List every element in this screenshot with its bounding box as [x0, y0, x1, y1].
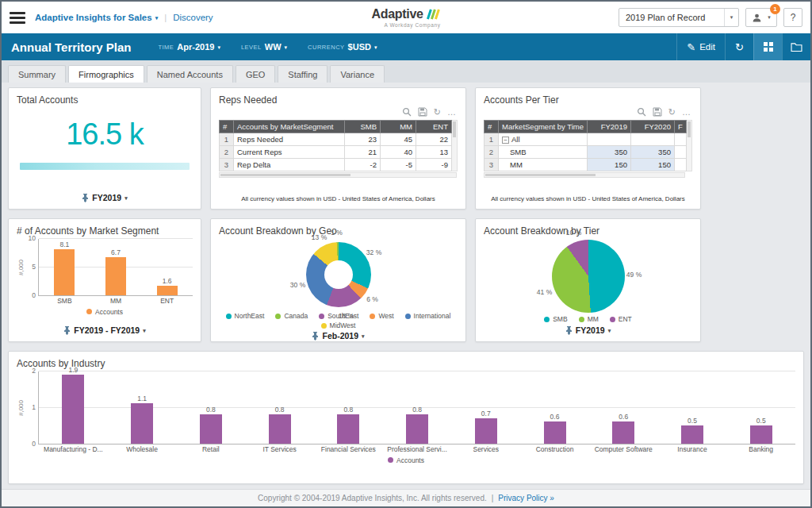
- currency-footnote: All currency values shown in USD - Unite…: [484, 195, 692, 202]
- bar-Construction[interactable]: [544, 421, 566, 444]
- param-value: $USD: [348, 42, 371, 52]
- save-icon[interactable]: [418, 107, 427, 117]
- horizontal-scrollbar[interactable]: [219, 172, 457, 178]
- edit-button[interactable]: ✎ Edit: [676, 33, 725, 60]
- period-selector[interactable]: Feb-2019 ▾: [219, 331, 458, 341]
- row-label: SMB: [499, 146, 588, 159]
- tab-summary[interactable]: Summary: [8, 65, 66, 83]
- bar-MM[interactable]: [105, 257, 126, 295]
- bar-Manufacturing - D...[interactable]: [62, 375, 84, 444]
- currency-selector[interactable]: CURRENCY $USD ▾: [308, 42, 377, 52]
- legend-item-MM: MM: [579, 315, 599, 323]
- tab-firmographics[interactable]: Firmographics: [68, 65, 144, 83]
- legend-item-Canada: Canada: [275, 312, 308, 320]
- hamburger-menu-icon[interactable]: [10, 12, 25, 24]
- column-header: MM: [381, 121, 416, 133]
- bar-Wholesale[interactable]: [131, 403, 153, 444]
- bar-Financial Services[interactable]: [337, 414, 359, 444]
- bar-Computer Software[interactable]: [612, 421, 634, 444]
- caret-down-icon: ▾: [217, 44, 220, 50]
- discovery-link[interactable]: Discovery: [173, 13, 213, 22]
- pie[interactable]: [552, 240, 625, 313]
- legend-item-SMB: SMB: [544, 315, 567, 323]
- dashboard-grid-button[interactable]: [753, 33, 782, 60]
- row-number: 2: [220, 146, 234, 159]
- more-options-icon[interactable]: …: [447, 108, 456, 117]
- user-menu-button[interactable]: 1 ▾: [745, 8, 777, 27]
- save-icon[interactable]: [653, 107, 662, 117]
- bar-Professional Servi...[interactable]: [406, 414, 428, 444]
- y-tick-label: 5: [32, 263, 36, 271]
- app-menu[interactable]: Adaptive Insights for Sales ▾: [35, 13, 158, 22]
- slice-label-SMB: 49 %: [626, 271, 642, 279]
- x-axis-label: Computer Software: [589, 444, 658, 454]
- time-selector[interactable]: TIME Apr-2019 ▾: [158, 42, 220, 52]
- value-cell: 21: [345, 146, 381, 159]
- plan-select[interactable]: 2019 Plan of Record ▾: [619, 8, 739, 27]
- refresh-button[interactable]: ↻: [725, 33, 753, 60]
- level-selector[interactable]: LEVEL WW ▾: [241, 42, 287, 52]
- privacy-link[interactable]: Privacy Policy »: [498, 494, 554, 502]
- editable-cell[interactable]: 150: [587, 159, 630, 171]
- card-accounts-per-tier: Accounts Per Tier ↻ … # MarketSegment by…: [475, 87, 701, 210]
- horizontal-scrollbar[interactable]: [484, 172, 685, 178]
- caret-down-icon: ▾: [155, 15, 159, 21]
- bar-ENT[interactable]: [157, 286, 178, 295]
- editable-cell[interactable]: 350: [630, 146, 674, 159]
- x-axis-label: MM: [90, 296, 142, 306]
- bar-value-label: 8.1: [59, 241, 69, 248]
- period-selector[interactable]: FY2019 - FY2019 ▾: [17, 325, 193, 335]
- slice-label-International: 30 %: [290, 281, 305, 289]
- period-label: Feb-2019: [322, 331, 358, 341]
- bar-Retail[interactable]: [200, 414, 222, 444]
- slice-label-MidWest: 13 %: [312, 233, 327, 241]
- copyright-text: Copyright © 2004-2019 Adaptive Insights,…: [258, 494, 487, 502]
- editable-cell[interactable]: 350: [587, 146, 630, 159]
- total-accounts-value: 16.5 k: [17, 117, 193, 152]
- bar-Insurance[interactable]: [681, 425, 703, 444]
- card-title: Total Accounts: [17, 94, 193, 106]
- period-label: FY2019 - FY2019: [74, 325, 140, 335]
- bar-SMB[interactable]: [54, 249, 75, 295]
- param-label: CURRENCY: [308, 44, 345, 51]
- param-value: Apr-2019: [177, 42, 214, 52]
- collapse-icon[interactable]: −: [502, 137, 509, 144]
- slice-label-Canada: 1 %: [331, 229, 343, 237]
- column-header: SMB: [345, 121, 381, 133]
- x-axis-label: ENT: [141, 296, 193, 306]
- dashboard-content: Total Accounts 16.5 k FY2019 ▾ Reps Need…: [2, 83, 810, 489]
- editable-cell[interactable]: 150: [630, 159, 674, 171]
- help-button[interactable]: ?: [783, 8, 802, 27]
- bar-value-label: 1.9: [68, 366, 78, 374]
- legend-item-West: West: [370, 312, 393, 320]
- vertical-scrollbar[interactable]: [687, 120, 692, 171]
- card-total-accounts: Total Accounts 16.5 k FY2019 ▾: [8, 87, 201, 210]
- refresh-icon[interactable]: ↻: [434, 108, 441, 117]
- tab-geo[interactable]: GEO: [236, 65, 275, 83]
- period-selector[interactable]: FY2019 ▾: [484, 325, 692, 335]
- caret-down-icon: ▾: [608, 328, 611, 333]
- page-footer: Copyright © 2004-2019 Adaptive Insights,…: [2, 489, 810, 506]
- bar-Services[interactable]: [475, 418, 497, 444]
- bar-Banking[interactable]: [750, 425, 772, 444]
- vertical-scrollbar[interactable]: [452, 120, 458, 171]
- pin-icon: [82, 193, 89, 202]
- bar-value-label: 0.7: [481, 410, 491, 418]
- pin-icon: [63, 325, 71, 335]
- bar-IT Services[interactable]: [269, 414, 291, 444]
- tab-variance[interactable]: Variance: [330, 65, 385, 83]
- folder-button[interactable]: [782, 33, 810, 60]
- card-geo-chart: Account Breakdown by Geo 32 %6 %18 %30 %…: [210, 218, 466, 342]
- x-axis-label: Professional Servi...: [383, 444, 452, 454]
- x-axis-label: Banking: [726, 444, 795, 454]
- search-icon[interactable]: [402, 107, 412, 117]
- tab-named-accounts[interactable]: Named Accounts: [147, 65, 233, 83]
- more-options-icon[interactable]: …: [682, 108, 691, 117]
- refresh-icon[interactable]: ↻: [668, 108, 676, 117]
- period-selector[interactable]: FY2019 ▾: [17, 193, 193, 202]
- search-icon[interactable]: [637, 107, 646, 117]
- x-axis-label: Retail: [176, 444, 245, 454]
- x-axis-label: SMB: [39, 296, 90, 306]
- tab-staffing[interactable]: Staffing: [278, 65, 327, 83]
- pencil-icon: ✎: [687, 42, 695, 52]
